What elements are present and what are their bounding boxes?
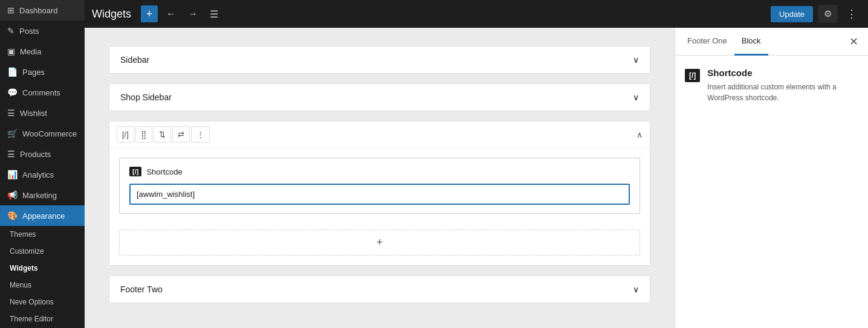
sidebar-item-label: Dashboard — [19, 6, 58, 15]
shortcode-toolbar-icon: [/] — [122, 130, 129, 139]
sidebar-item-label: Analytics — [22, 170, 54, 179]
undo-icon: ← — [166, 8, 176, 19]
active-panel-header: [/] ⣿ ⇅ ⇄ ⋮ ∧ — [109, 121, 650, 148]
close-panel-button[interactable]: ✕ — [844, 30, 863, 53]
sidebar-sub-theme-editor[interactable]: Theme Editor — [0, 310, 85, 327]
sidebar-sub-customize[interactable]: Customize — [0, 243, 85, 260]
sidebar-item-label: Products — [20, 150, 51, 159]
sub-item-label: Widgets — [10, 264, 38, 272]
media-icon: ▣ — [7, 47, 15, 56]
drag-handle-button[interactable]: ⣿ — [135, 126, 152, 143]
shop-sidebar-widget-panel: Shop Sidebar ∨ — [109, 83, 650, 111]
chevron-up-icon: ∧ — [636, 130, 643, 140]
posts-icon: ✎ — [7, 26, 15, 36]
more-options-button[interactable]: ⋮ — [843, 5, 861, 23]
sidebar-item-label: Media — [20, 47, 41, 56]
topbar: Widgets + ← → ☰ Update ⚙ ⋮ — [85, 0, 868, 28]
add-block-button[interactable]: + — [141, 5, 158, 22]
block-info-text: Shortcode Insert additional custom eleme… — [707, 68, 858, 103]
page-title: Widgets — [92, 8, 131, 21]
shortcode-block-header: [/] Shortcode — [129, 167, 630, 176]
block-info-icon: [/] — [685, 69, 700, 82]
analytics-icon: 📊 — [7, 170, 18, 179]
sidebar-item-woocommerce[interactable]: 🛒 WooCommerce — [0, 123, 85, 144]
comments-icon: 💬 — [7, 88, 18, 97]
shop-sidebar-panel-header[interactable]: Shop Sidebar ∨ — [109, 84, 650, 111]
tab-block-label: Block — [742, 36, 761, 45]
arrows-icon: ⇅ — [159, 130, 166, 139]
sidebar-item-appearance[interactable]: 🎨 Appearance — [0, 205, 85, 226]
tab-footer-one-label: Footer One — [687, 36, 727, 45]
move-arrows-button[interactable]: ⇅ — [154, 126, 171, 143]
sidebar-item-dashboard[interactable]: ⊞ Dashboard — [0, 0, 85, 21]
chevron-down-icon: ∨ — [633, 55, 639, 65]
sub-item-label: Customize — [10, 247, 44, 256]
sub-item-label: Theme Editor — [10, 315, 53, 323]
woocommerce-icon: 🛒 — [7, 129, 18, 138]
sidebar-item-comments[interactable]: 💬 Comments — [0, 82, 85, 103]
sidebar-item-label: Marketing — [22, 191, 57, 200]
more-icon: ⋮ — [196, 130, 204, 139]
sidebar-item-label: Comments — [22, 88, 60, 97]
pages-icon: 📄 — [7, 67, 18, 77]
sub-item-label: Menus — [10, 281, 31, 289]
sidebar-item-label: Posts — [19, 27, 39, 36]
sidebar-panel-label: Sidebar — [120, 55, 149, 65]
sidebar-item-label: Pages — [22, 68, 45, 77]
shortcode-block: [/] Shortcode — [119, 158, 640, 214]
sub-item-label: Themes — [10, 230, 36, 239]
redo-icon: → — [188, 8, 198, 19]
block-info: [/] Shortcode Insert additional custom e… — [685, 68, 858, 103]
appearance-icon: 🎨 — [7, 211, 18, 220]
sidebar-item-marketing[interactable]: 📢 Marketing — [0, 185, 85, 205]
list-view-button[interactable]: ☰ — [206, 6, 222, 22]
sidebar-item-media[interactable]: ▣ Media — [0, 41, 85, 62]
sidebar-sub-menus[interactable]: Menus — [0, 277, 85, 294]
sidebar-panel-header[interactable]: Sidebar ∨ — [109, 47, 650, 73]
transform-button[interactable]: ⇄ — [172, 126, 190, 143]
tab-block[interactable]: Block — [734, 28, 768, 56]
more-block-options-button[interactable]: ⋮ — [191, 126, 210, 143]
wishlist-icon: ☰ — [7, 108, 15, 118]
sidebar-item-analytics[interactable]: 📊 Analytics — [0, 164, 85, 185]
close-icon: ✕ — [849, 36, 858, 48]
shop-sidebar-panel-label: Shop Sidebar — [120, 92, 172, 102]
tab-footer-one[interactable]: Footer One — [680, 28, 734, 56]
sidebar-widget-panel: Sidebar ∨ — [109, 46, 650, 74]
redo-button[interactable]: → — [184, 6, 201, 22]
chevron-down-icon: ∨ — [633, 92, 639, 102]
sidebar-item-wishlist[interactable]: ☰ Wishlist — [0, 103, 85, 123]
right-panel: Footer One Block ✕ [/] Shortcode Insert … — [675, 28, 868, 328]
sidebar-item-products[interactable]: ☰ Products — [0, 144, 85, 164]
footer-two-widget-panel: Footer Two ∨ — [109, 275, 650, 303]
update-button[interactable]: Update — [771, 6, 813, 22]
shortcode-block-icon: [/] — [129, 167, 141, 176]
sidebar-sub-widgets[interactable]: Widgets — [0, 260, 85, 277]
shortcode-toolbar-btn[interactable]: [/] — [117, 126, 134, 143]
settings-button[interactable]: ⚙ — [818, 5, 838, 23]
dashboard-icon: ⊞ — [7, 5, 15, 15]
plus-icon: + — [146, 8, 153, 21]
add-new-block-button[interactable]: + — [119, 230, 640, 256]
list-icon: ☰ — [210, 8, 218, 20]
gear-icon: ⚙ — [824, 8, 832, 19]
block-toolbar: [/] ⣿ ⇅ ⇄ ⋮ — [117, 126, 210, 143]
undo-button[interactable]: ← — [163, 6, 180, 22]
block-info-description: Insert additional custom elements with a… — [707, 82, 858, 103]
sidebar-sub-themes[interactable]: Themes — [0, 226, 85, 243]
footer-two-panel-label: Footer Two — [120, 285, 163, 294]
sidebar-item-label: Appearance — [22, 211, 65, 220]
sidebar-sub-neve-options[interactable]: Neve Options — [0, 294, 85, 310]
sidebar-item-pages[interactable]: 📄 Pages — [0, 62, 85, 82]
shortcode-block-title: Shortcode — [146, 167, 182, 176]
sidebar: ⊞ Dashboard ✎ Posts ▣ Media 📄 Pages 💬 Co… — [0, 0, 85, 328]
sidebar-item-posts[interactable]: ✎ Posts — [0, 21, 85, 41]
footer-two-panel-header[interactable]: Footer Two ∨ — [109, 276, 650, 303]
shortcode-input[interactable] — [129, 184, 630, 205]
right-panel-tabs: Footer One Block ✕ — [675, 28, 868, 56]
right-panel-body: [/] Shortcode Insert additional custom e… — [675, 56, 868, 115]
block-inner: [/] Shortcode — [109, 148, 650, 223]
drag-icon: ⣿ — [141, 130, 147, 139]
dots-icon: ⋮ — [846, 8, 857, 20]
transform-icon: ⇄ — [178, 130, 184, 139]
